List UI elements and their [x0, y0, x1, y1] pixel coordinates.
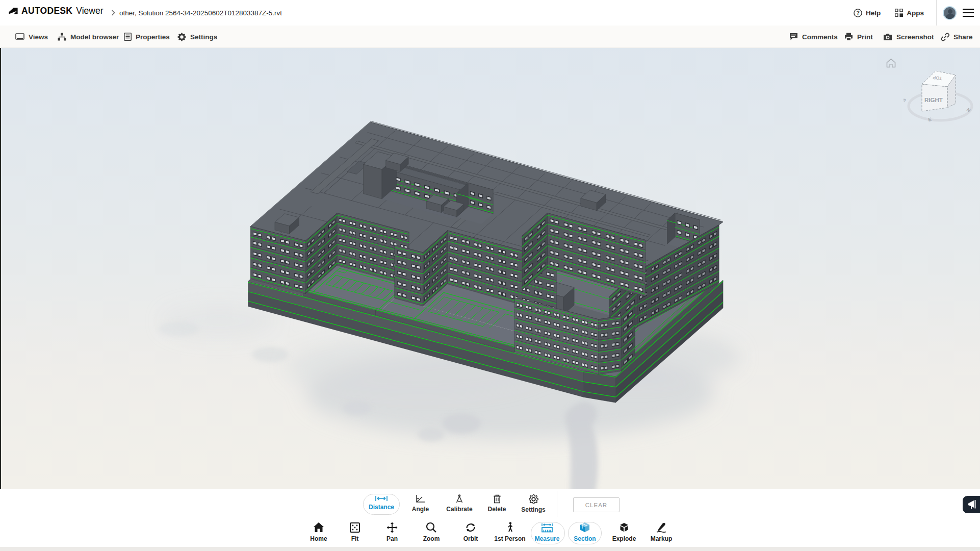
svg-text:S: S — [904, 97, 907, 103]
svg-text:?: ? — [856, 10, 859, 16]
svg-text:E: E — [927, 116, 932, 122]
svg-text:N: N — [966, 107, 972, 113]
svg-text:RIGHT: RIGHT — [924, 97, 943, 103]
